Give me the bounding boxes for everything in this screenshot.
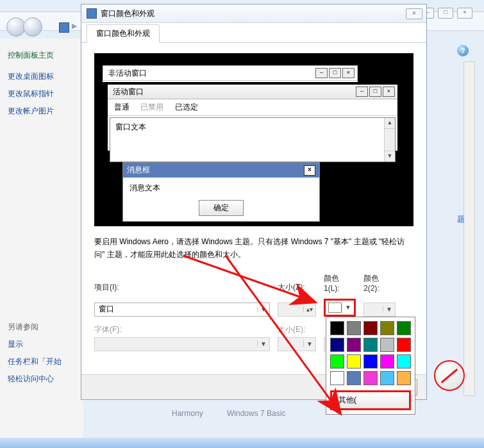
color-swatch[interactable]	[363, 321, 378, 335]
seealso-title: 另请参阅	[8, 322, 76, 333]
color-swatch[interactable]	[380, 338, 394, 352]
color-swatch[interactable]	[397, 321, 411, 335]
preview-area: 非活动窗口 – □ × 活动窗口 – □ × 普通 已禁用	[94, 53, 413, 226]
chevron-down-icon: ▼	[383, 306, 395, 313]
size-input: ▴▾	[278, 303, 316, 317]
color-swatch[interactable]	[330, 321, 344, 335]
fsize-label: 大小(E):	[278, 324, 316, 335]
right-scrollbar[interactable]	[463, 62, 475, 396]
color2-label: 颜色 2(2):	[363, 273, 396, 293]
max-icon: □	[369, 87, 381, 97]
preview-inactive-window: 非活动窗口 – □ ×	[102, 65, 358, 83]
color-swatch[interactable]	[380, 321, 394, 335]
color-swatch[interactable]	[347, 338, 361, 352]
color1-label: 颜色 1(L):	[324, 273, 356, 293]
color1-picker[interactable]: ▼	[324, 299, 356, 317]
menu-normal: 普通	[114, 103, 129, 112]
maximize-button[interactable]: □	[438, 8, 453, 19]
color-popup: 其他(	[326, 317, 415, 415]
personalization-icon	[59, 22, 69, 33]
truncated-link[interactable]: 题	[457, 214, 465, 225]
color-swatch[interactable]	[347, 321, 361, 335]
preview-msg-title: 消息框	[127, 165, 304, 176]
color-swatch[interactable]	[397, 354, 411, 369]
sidebar-item-icons[interactable]: 更改桌面图标	[8, 71, 76, 82]
control-panel-sidebar: 控制面板主页 更改桌面图标 更改鼠标指针 更改帐户图片 另请参阅 显示 任务栏和…	[0, 38, 83, 438]
dialog-icon	[87, 8, 97, 19]
item-select[interactable]: 窗口 ▼	[94, 303, 270, 317]
menu-disabled: 已禁用	[140, 103, 163, 112]
blocked-icon	[434, 360, 465, 391]
preview-msg-close-icon: ×	[304, 165, 315, 176]
preview-inactive-title: 非活动窗口	[106, 68, 314, 79]
color-swatch[interactable]	[397, 371, 411, 385]
color2-picker: ▼	[363, 303, 396, 317]
dialog-close-button[interactable]: ×	[406, 8, 422, 19]
seealso-display[interactable]: 显示	[8, 339, 76, 350]
seealso-access[interactable]: 轻松访问中心	[8, 374, 76, 385]
color-swatch[interactable]	[330, 371, 344, 385]
scroll-up-icon: ▲	[385, 118, 395, 129]
nav-back-forward[interactable]	[6, 17, 42, 37]
spinner-icon: ▴▾	[303, 306, 315, 313]
tab-window-color[interactable]: 窗口颜色和外观	[87, 24, 160, 43]
min-icon: –	[356, 87, 368, 97]
chevron-down-icon: ▼	[257, 340, 269, 347]
dialog-title: 窗口颜色和外观	[101, 8, 406, 19]
color-swatch[interactable]	[347, 354, 361, 369]
sidebar-item-pointer[interactable]: 更改鼠标指针	[8, 88, 76, 99]
color-swatch[interactable]	[363, 338, 378, 352]
help-icon[interactable]: ?	[457, 45, 469, 56]
item-label: 项目(I):	[94, 282, 270, 293]
color-swatch[interactable]	[363, 371, 378, 385]
sidebar-item-picture[interactable]: 更改帐户图片	[8, 106, 76, 117]
other-color-button[interactable]: 其他(	[330, 390, 411, 410]
theme-basic[interactable]: Windows 7 Basic	[227, 409, 285, 418]
sidebar-home[interactable]: 控制面板主页	[8, 50, 76, 61]
scroll-down-icon: ▼	[385, 151, 395, 162]
preview-messagebox: 消息框 × 消息文本 确定	[122, 162, 320, 222]
theme-footer-links: Harmony Windows 7 Basic	[172, 409, 307, 418]
theme-harmony[interactable]: Harmony	[172, 409, 203, 418]
color-swatch[interactable]	[347, 371, 361, 385]
max-icon: □	[329, 68, 341, 78]
preview-msg-ok: 确定	[199, 200, 244, 216]
color-swatch[interactable]	[330, 354, 344, 369]
preview-active-title: 活动窗口	[110, 87, 355, 97]
preview-menubar: 普通 已禁用 已选定	[108, 99, 397, 116]
aero-help-text: 要启用 Windows Aero，请选择 Windows 主题。只有选择 Win…	[94, 235, 413, 261]
chevron-down-icon: ▼	[303, 340, 315, 347]
font-select: ▼	[94, 337, 270, 351]
close-icon: ×	[383, 87, 395, 97]
min-icon: –	[315, 68, 328, 78]
color-swatch[interactable]	[397, 338, 411, 352]
color-grid[interactable]	[330, 321, 411, 385]
preview-scrollbar: ▲ ▼	[384, 118, 395, 162]
item-select-value: 窗口	[95, 304, 257, 315]
size-label: 大小(Z):	[278, 282, 316, 293]
font-label: 字体(F):	[94, 324, 270, 335]
chevron-down-icon: ▼	[342, 304, 354, 311]
color-swatch[interactable]	[380, 371, 394, 385]
color-swatch[interactable]	[380, 354, 394, 369]
chevron-down-icon: ▼	[257, 306, 269, 313]
menu-selected: 已选定	[175, 103, 198, 112]
breadcrumb-arrow: ▶	[72, 22, 77, 30]
seealso-taskbar[interactable]: 任务栏和「开始	[8, 356, 76, 367]
close-icon: ×	[342, 68, 355, 78]
dialog-titlebar[interactable]: 窗口颜色和外观 ×	[81, 4, 426, 23]
preview-msg-text: 消息文本	[123, 178, 319, 199]
preview-text-area: 窗口文本 ▲ ▼	[110, 117, 396, 162]
preview-window-text: 窗口文本	[115, 122, 146, 131]
color-swatch[interactable]	[363, 354, 378, 369]
taskbar	[0, 438, 484, 448]
close-button[interactable]: ×	[457, 8, 472, 19]
color-swatch[interactable]	[330, 338, 344, 352]
fsize-select: ▼	[278, 337, 316, 351]
